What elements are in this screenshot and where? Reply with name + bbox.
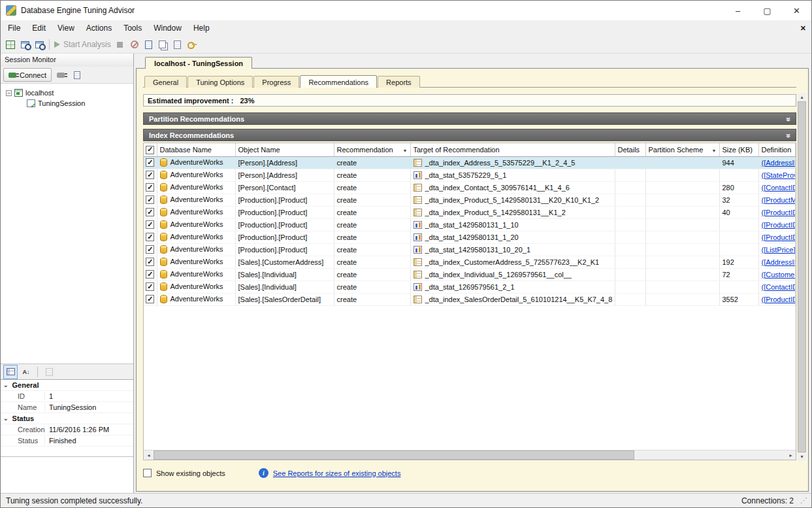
scrollbar-thumb[interactable] [154,450,634,460]
table-row[interactable]: ✓AdventureWorks[Sales].[CustomerAddress]… [144,256,796,268]
scrollbar-track[interactable] [154,450,786,460]
row-checkbox[interactable]: ✓ [146,258,154,266]
cell-partition-scheme[interactable] [645,181,719,194]
connect-button[interactable]: Connect [3,68,52,82]
row-checkbox[interactable]: ✓ [146,171,154,179]
maximize-button[interactable]: ▢ [753,1,782,20]
table-row[interactable]: ✓AdventureWorks[Production].[Product]cre… [144,206,796,218]
cell-recommendation[interactable]: create [334,181,410,194]
col-object-name[interactable]: Object Name [235,143,334,156]
cell-recommendation[interactable]: create [334,156,410,169]
scroll-left-icon[interactable]: ◂ [144,450,154,460]
scroll-right-icon[interactable]: ▸ [786,450,796,460]
col-database-name[interactable]: Database Name [157,143,235,156]
row-checkbox[interactable]: ✓ [146,233,154,241]
scrollbar-thumb[interactable] [798,101,806,452]
show-existing-objects-checkbox[interactable] [143,469,152,477]
table-row[interactable]: ✓AdventureWorks[Production].[Product]cre… [144,243,796,256]
property-category-general[interactable]: ⌄ General [1,380,133,391]
view-log-icon[interactable] [32,37,46,52]
tab-progress[interactable]: Progress [253,76,299,88]
definition-link[interactable]: ([ProductID [762,233,796,241]
cell-recommendation[interactable]: create [334,169,410,181]
table-row[interactable]: ✓AdventureWorks[Production].[Product]cre… [144,194,796,206]
menu-actions[interactable]: Actions [80,21,118,35]
dropdown-arrow-icon[interactable]: ▼ [403,148,408,153]
reports-link[interactable]: See Reports for sizes of existing object… [273,469,401,477]
menu-view[interactable]: View [52,21,80,35]
scrollbar-track[interactable] [798,101,806,452]
table-row[interactable]: ✓AdventureWorks[Sales].[Individual]creat… [144,268,796,280]
cell-recommendation[interactable]: create [334,206,410,218]
cell-partition-scheme[interactable] [645,206,719,218]
table-row[interactable]: ✓AdventureWorks[Production].[Product]cre… [144,231,796,243]
cell-partition-scheme[interactable] [645,243,719,256]
row-checkbox[interactable]: ✓ [146,158,154,167]
cell-recommendation[interactable]: create [334,293,410,305]
document-tab[interactable]: localhost - TuningSession [145,57,252,69]
row-checkbox[interactable]: ✓ [146,220,154,229]
row-checkbox[interactable]: ✓ [146,183,154,192]
table-row[interactable]: ✓AdventureWorks[Sales].[SalesOrderDetail… [144,293,796,305]
definition-link[interactable]: ([AddressID [762,159,796,167]
select-all-checkbox[interactable]: ✓ [146,146,154,154]
collapse-chevron-icon[interactable]: » [784,117,793,121]
index-recommendations-header[interactable]: Index Recommendations » [143,129,796,141]
table-row[interactable]: ✓AdventureWorks[Person].[Address]create_… [144,156,796,169]
collapse-chevron-icon[interactable]: » [784,133,793,137]
vertical-scrollbar[interactable]: ▴ ▾ [798,93,806,461]
categorized-icon[interactable] [3,365,18,379]
menu-window[interactable]: Window [148,21,187,35]
clone-session-icon[interactable] [142,37,156,52]
start-analysis-button[interactable]: Start Analysis [52,37,113,52]
cell-recommendation[interactable]: create [334,194,410,206]
cell-partition-scheme[interactable] [645,231,719,243]
property-row-name[interactable]: Name TuningSession [1,402,133,413]
key-icon[interactable] [185,37,199,52]
scroll-down-icon[interactable]: ▾ [798,452,806,461]
tab-tuning-options[interactable]: Tuning Options [187,76,253,88]
tree-item-tuningsession[interactable]: TuningSession [1,98,133,109]
definition-link[interactable]: ([AddressID [762,258,796,266]
menu-file[interactable]: File [2,21,26,35]
tab-general[interactable]: General [144,76,187,88]
cell-partition-scheme[interactable] [645,293,719,305]
col-size-kb[interactable]: Size (KB) [719,143,758,156]
definition-link[interactable]: ([ProductID [762,209,796,216]
menu-edit[interactable]: Edit [26,21,52,35]
cancel-analysis-icon[interactable] [127,37,142,52]
session-properties-icon[interactable] [70,68,84,82]
property-row-status[interactable]: Status Finished [1,435,133,447]
definition-link[interactable]: ([ProductMo [762,196,796,204]
property-row-creation-time[interactable]: Creation time 11/6/2016 1:26 PM [1,424,133,435]
row-checkbox[interactable]: ✓ [146,295,154,303]
col-definition[interactable]: Definition [758,143,796,156]
preview-workload-icon[interactable] [18,37,32,52]
table-row[interactable]: ✓AdventureWorks[Sales].[Individual]creat… [144,280,796,293]
col-details[interactable]: Details [615,143,645,156]
definition-link[interactable]: ([ListPrice] [762,246,796,254]
resize-grip[interactable]: ⋰ [800,496,807,505]
property-row-id[interactable]: ID 1 [1,391,133,402]
dropdown-arrow-icon[interactable]: ▼ [712,148,717,153]
menu-help[interactable]: Help [187,21,216,35]
disconnect-icon[interactable] [54,68,68,82]
close-document-icon[interactable]: ✕ [800,24,806,33]
col-target-of-recommendation[interactable]: Target of Recommendation [410,143,615,156]
partition-recommendations-header[interactable]: Partition Recommendations » [143,112,796,125]
cell-recommendation[interactable]: create [334,218,410,231]
definition-link[interactable]: ([ProductID [762,296,796,303]
tab-recommendations[interactable]: Recommendations [300,75,377,88]
cell-partition-scheme[interactable] [645,218,719,231]
row-checkbox[interactable]: ✓ [146,208,154,216]
definition-link[interactable]: ([ContactID [762,283,796,291]
cell-recommendation[interactable]: create [334,256,410,268]
table-row[interactable]: ✓AdventureWorks[Person].[Contact]create_… [144,181,796,194]
cell-partition-scheme[interactable] [645,169,719,181]
row-checkbox[interactable]: ✓ [146,282,154,291]
stop-analysis-icon[interactable] [113,37,127,52]
cell-partition-scheme[interactable] [645,156,719,169]
row-checkbox[interactable]: ✓ [146,270,154,279]
row-checkbox[interactable]: ✓ [146,195,154,204]
definition-link[interactable]: ([ContactID [762,184,796,192]
